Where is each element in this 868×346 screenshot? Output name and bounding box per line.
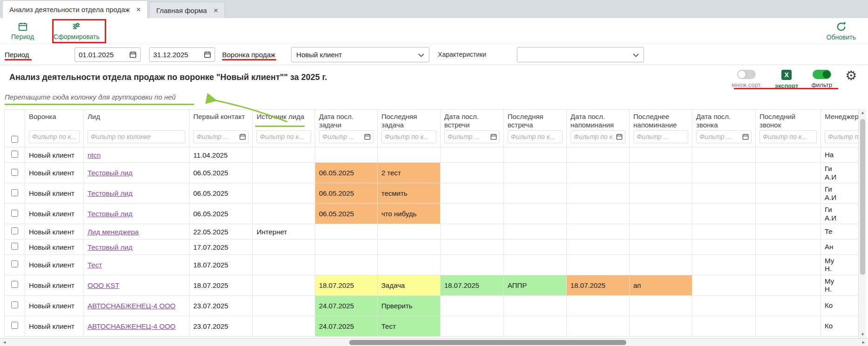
refresh-button-label: Обновить — [827, 33, 856, 41]
tab-label: Анализ деятельности отдела продаж — [9, 6, 130, 13]
tab-sales-analysis[interactable]: Анализ деятельности отдела продаж × — [2, 0, 148, 18]
characteristics-label: Характеристики — [438, 51, 486, 58]
generate-button[interactable]: Сформировать — [54, 21, 100, 40]
column-filter-input-last_meeting[interactable] — [508, 130, 563, 143]
column-label-source[interactable]: Источник лида — [257, 113, 311, 130]
horizontal-scrollbar-thumb[interactable] — [349, 340, 626, 345]
refresh-button[interactable]: Обновить — [827, 21, 856, 41]
date-from-input[interactable] — [79, 51, 128, 59]
lead-link[interactable]: Тестовый лид — [88, 210, 132, 218]
calendar-icon[interactable] — [616, 133, 623, 140]
column-filter-input-source[interactable] — [257, 130, 311, 143]
column-label-meeting_date[interactable]: Дата посл. встречи — [444, 113, 500, 130]
chevron-down-icon — [633, 51, 639, 59]
column-filter-input-last_reminder[interactable] — [633, 130, 688, 143]
lead-link[interactable]: ntcn — [88, 151, 101, 159]
cell-funnel: Новый клиент — [25, 240, 84, 255]
cell-source: Интернет — [253, 224, 315, 240]
cell-source — [253, 183, 315, 204]
column-filter-input-last_task[interactable] — [381, 130, 436, 143]
cell-last_task — [378, 147, 441, 163]
close-icon[interactable]: × — [136, 6, 141, 13]
horizontal-scrollbar[interactable]: ◄ ► — [0, 338, 868, 346]
lead-link[interactable]: ООО KST — [88, 281, 119, 289]
column-label-last_reminder[interactable]: Последнее напоминание — [633, 113, 688, 130]
column-label-manager[interactable]: Менеджер — [825, 113, 858, 130]
cell-manager: Ги А.И — [821, 183, 859, 204]
calendar-icon[interactable] — [129, 51, 136, 58]
column-filter-input-last_call[interactable] — [760, 130, 817, 143]
column-filter-input-funnel[interactable] — [29, 130, 80, 143]
column-label-first_contact[interactable]: Первый контакт — [193, 113, 249, 130]
characteristics-select[interactable] — [517, 47, 644, 62]
column-label-last_task[interactable]: Последняя задача — [381, 113, 436, 130]
scroll-left-arrow-icon[interactable]: ◄ — [2, 339, 7, 346]
cell-last_reminder — [630, 295, 692, 316]
row-checkbox[interactable] — [11, 260, 18, 267]
filter-toggle[interactable] — [813, 70, 831, 79]
calendar-icon[interactable] — [742, 133, 749, 140]
cell-last_call — [756, 183, 821, 204]
column-filter-input-manager[interactable] — [825, 130, 858, 143]
row-checkbox[interactable] — [11, 301, 18, 308]
vertical-scrollbar-thumb[interactable] — [860, 119, 865, 275]
row-checkbox[interactable] — [11, 227, 18, 234]
row-checkbox[interactable] — [11, 281, 18, 288]
select-all-checkbox[interactable] — [11, 136, 18, 143]
lead-link[interactable]: Тестовый лид — [88, 169, 132, 177]
lead-link[interactable]: Тестовый лид — [88, 189, 132, 197]
close-icon[interactable]: × — [213, 7, 218, 14]
cell-last_reminder — [630, 183, 692, 204]
calendar-icon[interactable] — [364, 133, 371, 140]
column-label-task_date[interactable]: Дата посл. задачи — [319, 113, 373, 130]
row-checkbox[interactable] — [11, 169, 18, 176]
analysis-table: ВоронкаЛидПервый контактИсточник лидаДат… — [4, 109, 858, 337]
calendar-icon[interactable] — [204, 51, 211, 58]
report-panel: Анализ деятельности отдела продаж по вор… — [0, 65, 868, 346]
row-checkbox[interactable] — [11, 189, 18, 196]
cell-reminder_date: 18.07.2025 — [567, 275, 630, 295]
column-label-call_date[interactable]: Дата посл. звонка — [696, 113, 752, 130]
scroll-down-arrow-icon[interactable]: ▼ — [859, 332, 867, 337]
scroll-up-arrow-icon[interactable]: ▲ — [859, 110, 867, 115]
cell-call_date — [692, 240, 756, 255]
vertical-scrollbar[interactable]: ▲ ▼ — [858, 109, 866, 338]
calendar-icon[interactable] — [239, 133, 246, 140]
export-control[interactable]: X экспорт — [775, 70, 799, 89]
lead-link[interactable]: Тестовый лид — [88, 243, 132, 251]
row-checkbox[interactable] — [11, 322, 18, 329]
row-checkbox[interactable] — [11, 210, 18, 217]
column-label-lead[interactable]: Лид — [88, 113, 185, 130]
gear-icon[interactable]: ⚙ — [845, 70, 857, 81]
lead-link[interactable]: Тест — [88, 261, 102, 269]
cell-manager: Ги А.И — [821, 204, 859, 224]
column-label-reminder_date[interactable]: Дата посл. напоминания — [570, 113, 625, 130]
tab-main-form[interactable]: Главная форма × — [149, 2, 225, 18]
date-from-field[interactable] — [75, 47, 141, 62]
date-to-field[interactable] — [149, 47, 215, 62]
filter-toggle-control[interactable]: фильтр — [811, 70, 832, 88]
scroll-right-arrow-icon[interactable]: ► — [861, 339, 866, 346]
cell-reminder_date — [567, 255, 630, 275]
column-filter-input-lead[interactable] — [88, 130, 185, 143]
cell-manager: Ги А.И — [821, 163, 859, 183]
lead-link[interactable]: АВТОСНАБЖЕНЕЦ-4 ООО — [88, 322, 176, 330]
excel-export-icon[interactable]: X — [781, 70, 792, 80]
row-checkbox[interactable] — [11, 151, 18, 158]
multisort-toggle[interactable] — [737, 70, 756, 79]
lead-link[interactable]: Лид менеджера — [88, 228, 139, 236]
column-label-funnel[interactable]: Воронка — [29, 113, 80, 130]
funnel-select[interactable]: Новый клиент — [291, 47, 429, 62]
cell-last_task: Задача — [378, 275, 441, 295]
table-row: Новый клиентТестовый лид06.05.202506.05.… — [5, 204, 859, 224]
date-to-input[interactable] — [153, 51, 202, 59]
calendar-icon[interactable] — [490, 133, 497, 140]
column-label-last_call[interactable]: Последний звонок — [760, 113, 817, 130]
period-button[interactable]: Период — [11, 21, 34, 40]
multisort-toggle-control[interactable]: множ.сорт. — [732, 70, 761, 88]
funnel-label: Воронка продаж — [222, 51, 275, 59]
lead-link[interactable]: АВТОСНАБЖЕНЕЦ-4 ООО — [88, 302, 176, 310]
column-label-last_meeting[interactable]: Последняя встреча — [508, 113, 563, 130]
row-checkbox[interactable] — [11, 243, 18, 250]
cell-last_call — [756, 295, 821, 316]
